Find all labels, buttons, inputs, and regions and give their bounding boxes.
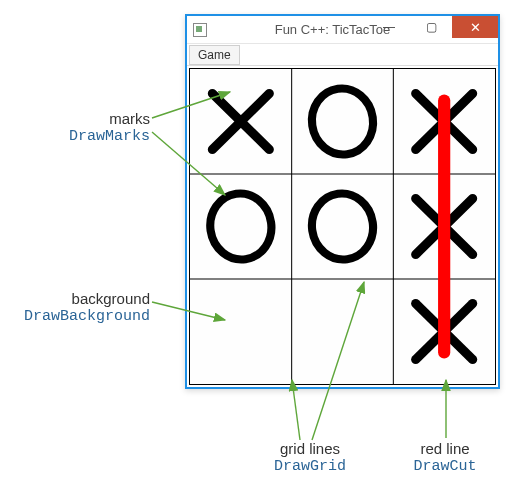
titlebar[interactable]: Fun C++: TicTacToe — ▢ ✕ — [187, 16, 498, 44]
app-window: Fun C++: TicTacToe — ▢ ✕ Game — [185, 14, 500, 389]
close-icon: ✕ — [470, 20, 481, 35]
minimize-icon: — — [383, 20, 395, 34]
annotation-gridlines-fn: DrawGrid — [260, 458, 360, 476]
board-svg — [190, 69, 495, 384]
marks-group — [206, 85, 473, 360]
maximize-icon: ▢ — [426, 20, 437, 34]
annotation-background-title: background — [0, 290, 150, 308]
annotation-gridlines: grid lines DrawGrid — [260, 440, 360, 476]
maximize-button[interactable]: ▢ — [410, 16, 452, 38]
menubar: Game — [187, 44, 498, 66]
svg-point-10 — [308, 190, 378, 264]
diagram-stage: marks DrawMarks background DrawBackgroun… — [0, 0, 526, 502]
annotation-marks: marks DrawMarks — [0, 110, 150, 146]
app-icon — [193, 23, 207, 37]
annotation-marks-fn: DrawMarks — [0, 128, 150, 146]
annotation-background-fn: DrawBackground — [0, 308, 150, 326]
annotation-redline: red line DrawCut — [400, 440, 490, 476]
annotation-gridlines-title: grid lines — [260, 440, 360, 458]
annotation-marks-title: marks — [0, 110, 150, 128]
minimize-button[interactable]: — — [368, 16, 410, 38]
svg-point-6 — [308, 85, 378, 159]
annotation-redline-title: red line — [400, 440, 490, 458]
annotation-background: background DrawBackground — [0, 290, 150, 326]
annotation-redline-fn: DrawCut — [400, 458, 490, 476]
menu-game[interactable]: Game — [189, 45, 240, 65]
svg-point-9 — [206, 190, 276, 264]
close-button[interactable]: ✕ — [452, 16, 498, 38]
game-board[interactable] — [189, 68, 496, 385]
window-buttons: — ▢ ✕ — [368, 16, 498, 38]
